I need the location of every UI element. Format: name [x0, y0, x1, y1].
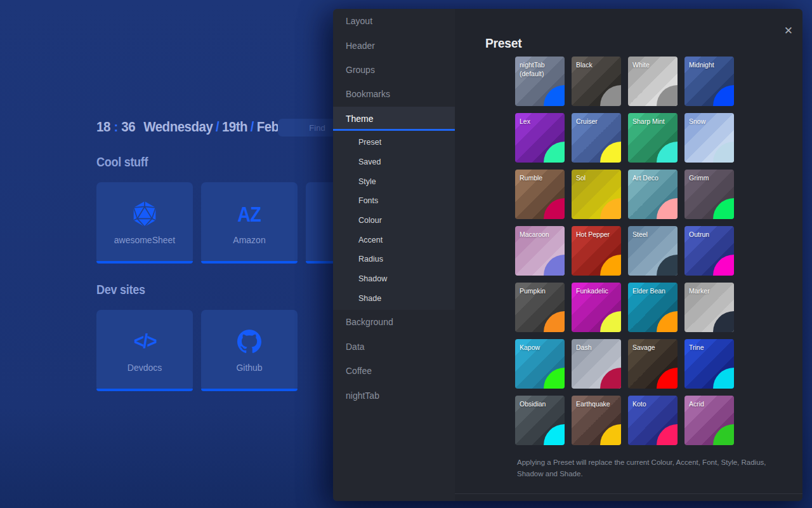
menu-item-bookmarks[interactable]: Bookmarks: [333, 82, 455, 106]
preset-grid: nightTab (default)BlackWhiteMidnightLexC…: [515, 57, 734, 445]
preset-accent-swatch: [657, 424, 678, 445]
theme-submenu: PresetSavedStyleFontsColourAccentRadiusS…: [333, 131, 455, 310]
preset-name: Funkadelic: [572, 283, 621, 299]
preset-midnight[interactable]: Midnight: [684, 57, 734, 106]
preset-name: Sol: [572, 170, 621, 186]
menu-item-layout[interactable]: Layout: [333, 9, 455, 33]
menu-item-nighttab[interactable]: nightTab: [333, 383, 455, 407]
preset-accent-swatch: [713, 85, 734, 106]
preset-hot-pepper[interactable]: Hot Pepper: [572, 226, 621, 276]
preset-accent-swatch: [600, 424, 621, 445]
preset-accent-swatch: [657, 368, 678, 389]
preset-name: Cruiser: [572, 113, 621, 130]
preset-name: White: [628, 57, 678, 73]
preset-accent-swatch: [713, 198, 734, 219]
menu-item-theme[interactable]: Theme: [333, 107, 455, 131]
preset-accent-swatch: [657, 311, 678, 332]
preset-name: Rumble: [515, 170, 565, 186]
preset-name: Grimm: [684, 170, 734, 186]
menu-item-saved[interactable]: Saved: [333, 152, 455, 172]
preset-white[interactable]: White: [628, 57, 678, 106]
preset-name: Obsidian: [515, 396, 565, 412]
menu-item-groups[interactable]: Groups: [333, 58, 455, 82]
bookmark-group-dev-sites: Dev sites</>DevdocsGithub: [96, 282, 298, 391]
preset-outrun[interactable]: Outrun: [684, 226, 734, 276]
bookmark-label: Github: [236, 363, 262, 373]
preset-koto[interactable]: Koto: [628, 396, 678, 445]
preset-nighttab-default[interactable]: nightTab (default): [515, 57, 565, 106]
preset-earthquake[interactable]: Earthquake: [572, 396, 621, 445]
preset-accent-swatch: [544, 255, 565, 276]
preset-name: Outrun: [684, 226, 734, 243]
preset-sol[interactable]: Sol: [572, 170, 621, 219]
preset-rumble[interactable]: Rumble: [515, 170, 565, 219]
menu-item-style[interactable]: Style: [333, 171, 455, 191]
preset-accent-swatch: [600, 142, 621, 163]
preset-name: Snow: [684, 113, 734, 130]
preset-dash[interactable]: Dash: [572, 339, 621, 389]
bookmark-amazon[interactable]: AZAmazon: [201, 182, 298, 264]
preset-sharp-mint[interactable]: Sharp Mint: [628, 113, 678, 163]
preset-steel[interactable]: Steel: [628, 226, 678, 276]
preset-name: Lex: [515, 113, 565, 130]
preset-elder-bean[interactable]: Elder Bean: [628, 283, 678, 332]
menu-item-colour[interactable]: Colour: [333, 211, 455, 231]
bookmark-github[interactable]: Github: [201, 310, 298, 391]
preset-acrid[interactable]: Acrid: [684, 396, 734, 445]
preset-snow[interactable]: Snow: [684, 113, 734, 163]
menu-item-header[interactable]: Header: [333, 33, 455, 57]
preset-pumpkin[interactable]: Pumpkin: [515, 283, 565, 332]
clock-minutes: 36: [121, 119, 135, 135]
settings-menu: LayoutHeaderGroupsBookmarksThemePresetSa…: [333, 9, 455, 501]
panel-title: Preset: [485, 36, 521, 51]
preset-name: Steel: [628, 226, 678, 243]
preset-name: Black: [572, 57, 621, 73]
preset-grimm[interactable]: Grimm: [684, 170, 734, 219]
group-title: Dev sites: [96, 282, 277, 297]
menu-item-data[interactable]: Data: [333, 335, 455, 359]
preset-name: Dash: [572, 339, 621, 356]
preset-name: Hot Pepper: [572, 226, 621, 243]
bookmark-row: </>DevdocsGithub: [96, 310, 298, 391]
preset-accent-swatch: [544, 424, 565, 445]
preset-name: Acrid: [684, 396, 734, 412]
preset-kapow[interactable]: Kapow: [515, 339, 565, 389]
date-separator: /: [216, 119, 219, 135]
preset-funkadelic[interactable]: Funkadelic: [572, 283, 621, 332]
menu-item-shadow[interactable]: Shadow: [333, 269, 455, 289]
menu-item-radius[interactable]: Radius: [333, 250, 455, 269]
clock-separator: :: [114, 119, 117, 135]
preset-name: Elder Bean: [628, 283, 678, 299]
preset-accent-swatch: [600, 255, 621, 276]
preset-savage[interactable]: Savage: [628, 339, 678, 389]
preset-accent-swatch: [657, 85, 678, 106]
bookmark-awesomesheet[interactable]: awesomeSheet: [96, 182, 193, 264]
close-icon[interactable]: ✕: [784, 25, 793, 36]
settings-modal: LayoutHeaderGroupsBookmarksThemePresetSa…: [333, 9, 802, 501]
preset-black[interactable]: Black: [572, 57, 621, 106]
preset-name: Trine: [684, 339, 734, 356]
preset-accent-swatch: [657, 198, 678, 219]
preset-cruiser[interactable]: Cruiser: [572, 113, 621, 163]
preset-name: Macaroon: [515, 226, 565, 243]
bookmark-devdocs[interactable]: </>Devdocs: [96, 310, 193, 391]
code-icon: </>: [133, 324, 157, 359]
preset-accent-swatch: [713, 424, 734, 445]
menu-item-fonts[interactable]: Fonts: [333, 191, 455, 211]
menu-item-shade[interactable]: Shade: [333, 288, 455, 308]
preset-name: Earthquake: [572, 396, 621, 412]
menu-item-background[interactable]: Background: [333, 310, 455, 334]
preset-obsidian[interactable]: Obsidian: [515, 396, 565, 445]
menu-item-coffee[interactable]: Coffee: [333, 359, 455, 383]
menu-item-preset[interactable]: Preset: [333, 133, 455, 152]
preset-macaroon[interactable]: Macaroon: [515, 226, 565, 276]
preset-art-deco[interactable]: Art Deco: [628, 170, 678, 219]
preset-trine[interactable]: Trine: [684, 339, 734, 389]
bookmark-label: awesomeSheet: [114, 235, 176, 245]
menu-item-accent[interactable]: Accent: [333, 230, 455, 250]
d20-icon: [131, 196, 158, 232]
preset-marker[interactable]: Marker: [684, 283, 734, 332]
preset-name: Marker: [684, 283, 734, 299]
preset-accent-swatch: [713, 311, 734, 332]
preset-lex[interactable]: Lex: [515, 113, 565, 163]
